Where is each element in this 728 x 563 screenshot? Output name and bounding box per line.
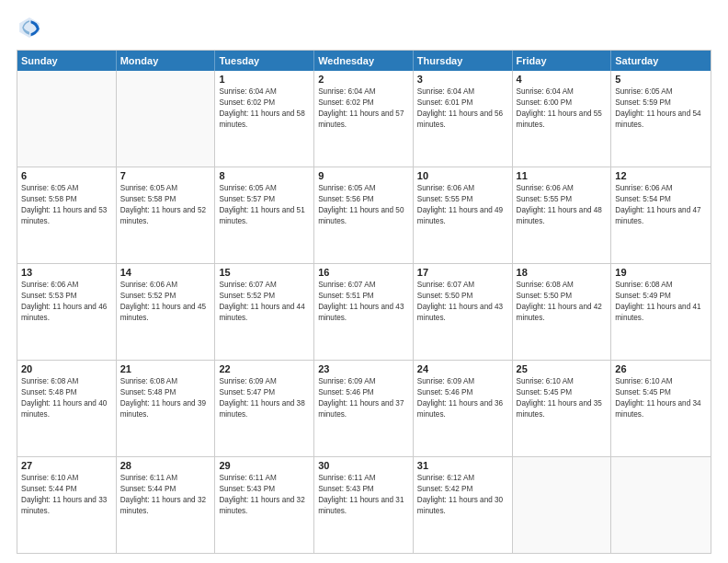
calendar-cell: 22Sunrise: 6:09 AMSunset: 5:47 PMDayligh… [215,361,314,456]
calendar-cell: 6Sunrise: 6:05 AMSunset: 5:58 PMDaylight… [17,167,117,263]
day-number: 6 [21,170,112,181]
day-number: 14 [120,267,211,278]
sunrise-text: Sunrise: 6:07 AM [417,280,508,291]
header-day-sunday: Sunday [17,51,117,71]
sunrise-text: Sunrise: 6:10 AM [21,473,112,484]
day-number: 22 [219,363,310,374]
sunset-text: Sunset: 5:43 PM [219,484,310,495]
day-number: 9 [318,170,409,181]
daylight-text: Daylight: 11 hours and 32 minutes. [219,495,310,517]
sunrise-text: Sunrise: 6:06 AM [517,183,608,194]
calendar-cell: 20Sunrise: 6:08 AMSunset: 5:48 PMDayligh… [17,361,117,456]
header-day-wednesday: Wednesday [314,51,414,71]
calendar-cell: 31Sunrise: 6:12 AMSunset: 5:42 PMDayligh… [414,457,513,553]
calendar-cell: 28Sunrise: 6:11 AMSunset: 5:44 PMDayligh… [117,457,216,553]
calendar-cell: 11Sunrise: 6:06 AMSunset: 5:55 PMDayligh… [513,167,612,263]
daylight-text: Daylight: 11 hours and 37 minutes. [318,398,409,420]
daylight-text: Daylight: 11 hours and 54 minutes. [615,109,707,131]
day-number: 7 [120,170,211,181]
calendar-cell: 5Sunrise: 6:05 AMSunset: 5:59 PMDaylight… [611,71,711,167]
calendar-week-5: 27Sunrise: 6:10 AMSunset: 5:44 PMDayligh… [17,457,711,553]
sunset-text: Sunset: 5:50 PM [417,291,508,302]
header-day-saturday: Saturday [611,51,711,71]
day-number: 18 [517,267,608,278]
calendar-cell: 17Sunrise: 6:07 AMSunset: 5:50 PMDayligh… [414,264,513,360]
sunrise-text: Sunrise: 6:04 AM [318,86,409,98]
calendar-cell: 1Sunrise: 6:04 AMSunset: 6:02 PMDaylight… [215,71,314,167]
sunrise-text: Sunrise: 6:04 AM [219,86,310,98]
daylight-text: Daylight: 11 hours and 50 minutes. [318,205,409,227]
day-number: 16 [318,267,409,278]
day-number: 25 [517,363,608,374]
calendar-cell: 18Sunrise: 6:08 AMSunset: 5:50 PMDayligh… [513,264,612,360]
sunrise-text: Sunrise: 6:09 AM [417,376,508,387]
calendar-week-1: 1Sunrise: 6:04 AMSunset: 6:02 PMDaylight… [17,71,711,167]
logo-icon [17,15,42,40]
daylight-text: Daylight: 11 hours and 42 minutes. [517,302,608,324]
day-number: 8 [219,170,310,181]
calendar-cell: 10Sunrise: 6:06 AMSunset: 5:55 PMDayligh… [414,167,513,263]
daylight-text: Daylight: 11 hours and 33 minutes. [21,495,112,517]
sunrise-text: Sunrise: 6:07 AM [318,280,409,291]
sunset-text: Sunset: 5:54 PM [615,194,707,205]
sunset-text: Sunset: 5:47 PM [219,387,310,398]
sunrise-text: Sunrise: 6:08 AM [120,376,211,387]
sunrise-text: Sunrise: 6:06 AM [120,280,211,291]
daylight-text: Daylight: 11 hours and 38 minutes. [219,398,310,420]
daylight-text: Daylight: 11 hours and 31 minutes. [318,495,409,517]
header-day-tuesday: Tuesday [215,51,314,71]
daylight-text: Daylight: 11 hours and 39 minutes. [120,398,211,420]
header-day-monday: Monday [117,51,216,71]
daylight-text: Daylight: 11 hours and 52 minutes. [120,205,211,227]
daylight-text: Daylight: 11 hours and 40 minutes. [21,398,112,420]
sunset-text: Sunset: 5:52 PM [120,291,211,302]
daylight-text: Daylight: 11 hours and 32 minutes. [120,495,211,517]
day-number: 23 [318,363,409,374]
sunset-text: Sunset: 6:01 PM [417,98,508,109]
daylight-text: Daylight: 11 hours and 58 minutes. [219,109,310,131]
day-number: 21 [120,363,211,374]
sunset-text: Sunset: 5:53 PM [21,291,112,302]
sunset-text: Sunset: 5:58 PM [21,194,112,205]
daylight-text: Daylight: 11 hours and 43 minutes. [417,302,508,324]
calendar-cell: 19Sunrise: 6:08 AMSunset: 5:49 PMDayligh… [611,264,711,360]
calendar-cell: 15Sunrise: 6:07 AMSunset: 5:52 PMDayligh… [215,264,314,360]
sunrise-text: Sunrise: 6:09 AM [219,376,310,387]
daylight-text: Daylight: 11 hours and 35 minutes. [517,398,608,420]
day-number: 2 [318,74,409,85]
daylight-text: Daylight: 11 hours and 48 minutes. [517,205,608,227]
logo [17,15,46,40]
sunrise-text: Sunrise: 6:11 AM [219,473,310,484]
calendar-cell: 12Sunrise: 6:06 AMSunset: 5:54 PMDayligh… [611,167,711,263]
sunset-text: Sunset: 5:44 PM [21,484,112,495]
calendar-cell: 13Sunrise: 6:06 AMSunset: 5:53 PMDayligh… [17,264,117,360]
calendar-cell: 21Sunrise: 6:08 AMSunset: 5:48 PMDayligh… [117,361,216,456]
day-number: 10 [417,170,508,181]
calendar-cell: 4Sunrise: 6:04 AMSunset: 6:00 PMDaylight… [513,71,612,167]
sunrise-text: Sunrise: 6:04 AM [417,86,508,98]
sunrise-text: Sunrise: 6:08 AM [615,280,707,291]
calendar-cell: 29Sunrise: 6:11 AMSunset: 5:43 PMDayligh… [215,457,314,553]
sunset-text: Sunset: 5:50 PM [517,291,608,302]
daylight-text: Daylight: 11 hours and 41 minutes. [615,302,707,324]
day-number: 5 [615,74,707,85]
day-number: 13 [21,267,112,278]
sunrise-text: Sunrise: 6:11 AM [120,473,211,484]
calendar-cell: 2Sunrise: 6:04 AMSunset: 6:02 PMDaylight… [314,71,414,167]
sunrise-text: Sunrise: 6:08 AM [517,280,608,291]
day-number: 28 [120,460,211,471]
daylight-text: Daylight: 11 hours and 43 minutes. [318,302,409,324]
day-number: 27 [21,460,112,471]
daylight-text: Daylight: 11 hours and 47 minutes. [615,205,707,227]
day-number: 19 [615,267,707,278]
day-number: 20 [21,363,112,374]
calendar-cell: 16Sunrise: 6:07 AMSunset: 5:51 PMDayligh… [314,264,414,360]
calendar-cell: 7Sunrise: 6:05 AMSunset: 5:58 PMDaylight… [117,167,216,263]
sunset-text: Sunset: 5:43 PM [318,484,409,495]
sunrise-text: Sunrise: 6:07 AM [219,280,310,291]
daylight-text: Daylight: 11 hours and 55 minutes. [517,109,608,131]
sunrise-text: Sunrise: 6:05 AM [219,183,310,194]
calendar-cell [513,457,612,553]
day-number: 31 [417,460,508,471]
daylight-text: Daylight: 11 hours and 51 minutes. [219,205,310,227]
